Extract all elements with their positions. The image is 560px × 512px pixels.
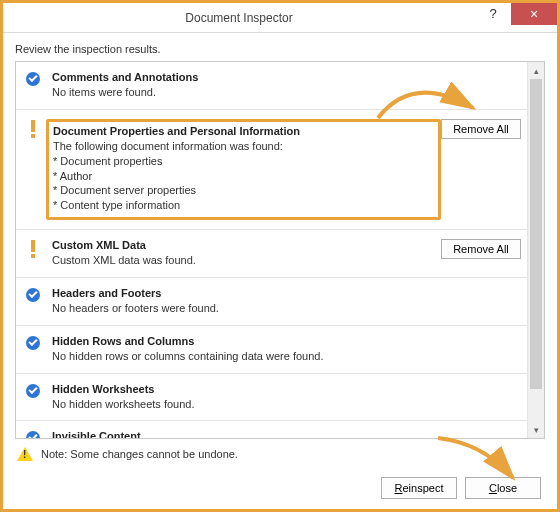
remove-all-button[interactable]: Remove All	[441, 239, 521, 259]
section-desc: The following document information was f…	[53, 139, 434, 213]
results-list: Comments and Annotations No items were f…	[15, 61, 545, 439]
found-item: * Author	[53, 169, 434, 184]
check-ok-icon	[26, 288, 44, 316]
check-ok-icon	[26, 72, 44, 100]
section-title: Comments and Annotations	[52, 71, 521, 83]
section-title: Custom XML Data	[52, 239, 441, 251]
section-headers-footers: Headers and Footers No headers or footer…	[16, 278, 527, 326]
note-text: Note: Some changes cannot be undone.	[41, 448, 238, 460]
section-hidden-rows-cols: Hidden Rows and Columns No hidden rows o…	[16, 326, 527, 374]
section-desc: No items were found.	[52, 85, 521, 100]
section-title: Headers and Footers	[52, 287, 521, 299]
section-title: Hidden Worksheets	[52, 383, 521, 395]
section-title: Invisible Content	[52, 430, 521, 438]
section-desc: No hidden worksheets found.	[52, 397, 521, 412]
found-item: * Document properties	[53, 154, 434, 169]
check-ok-icon	[26, 431, 44, 438]
help-button[interactable]: ?	[475, 3, 511, 25]
window-title: Document Inspector	[3, 11, 475, 25]
dialog-window: Document Inspector ? × Review the inspec…	[0, 0, 560, 512]
scroll-down-icon[interactable]: ▾	[528, 421, 544, 438]
remove-all-button[interactable]: Remove All	[441, 119, 521, 139]
warning-triangle-icon	[17, 447, 33, 461]
found-item: * Content type information	[53, 198, 434, 213]
check-ok-icon	[26, 336, 44, 364]
section-desc: No headers or footers were found.	[52, 301, 521, 316]
scroll-up-icon[interactable]: ▴	[528, 62, 544, 79]
dialog-footer: Reinspect Close	[381, 477, 541, 499]
section-title: Document Properties and Personal Informa…	[53, 125, 434, 137]
section-desc: No hidden rows or columns containing dat…	[52, 349, 521, 364]
found-item: * Document server properties	[53, 183, 434, 198]
instruction-text: Review the inspection results.	[15, 43, 545, 55]
highlight-callout: Document Properties and Personal Informa…	[46, 119, 441, 220]
scrollbar-thumb[interactable]	[530, 79, 542, 389]
section-doc-properties: Document Properties and Personal Informa…	[16, 110, 527, 230]
section-invisible-content: Invisible Content	[16, 421, 527, 438]
section-custom-xml: Custom XML Data Custom XML data was foun…	[16, 230, 527, 278]
desc-intro: The following document information was f…	[53, 140, 283, 152]
section-hidden-worksheets: Hidden Worksheets No hidden worksheets f…	[16, 374, 527, 422]
scrollbar-vertical[interactable]: ▴ ▾	[527, 62, 544, 438]
exclamation-warn-icon	[26, 240, 44, 268]
check-ok-icon	[26, 384, 44, 412]
close-window-button[interactable]: ×	[511, 3, 557, 25]
title-bar: Document Inspector ? ×	[3, 3, 557, 33]
section-desc: Custom XML data was found.	[52, 253, 441, 268]
section-title: Hidden Rows and Columns	[52, 335, 521, 347]
exclamation-warn-icon	[26, 120, 44, 220]
note-row: Note: Some changes cannot be undone.	[15, 439, 545, 467]
section-comments: Comments and Annotations No items were f…	[16, 62, 527, 110]
reinspect-button[interactable]: Reinspect	[381, 477, 457, 499]
close-button[interactable]: Close	[465, 477, 541, 499]
